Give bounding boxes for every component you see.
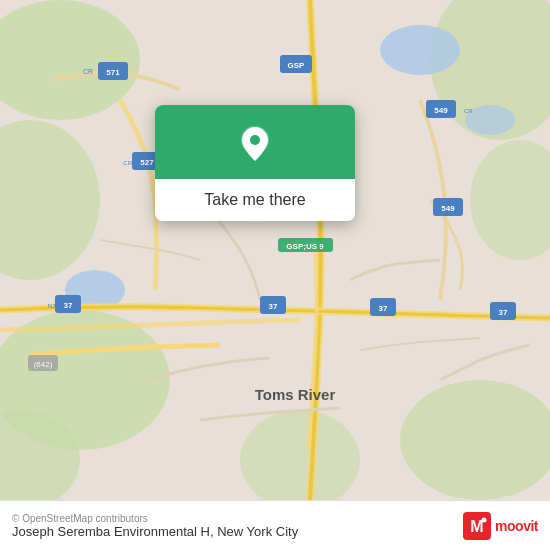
moovit-logo: M moovit (463, 512, 538, 540)
svg-text:37: 37 (379, 304, 388, 313)
svg-text:37: 37 (499, 308, 508, 317)
svg-text:CR: CR (464, 108, 473, 114)
svg-text:37: 37 (64, 301, 73, 310)
svg-text:571: 571 (106, 68, 120, 77)
svg-text:549: 549 (434, 106, 448, 115)
svg-text:CR: CR (123, 160, 132, 166)
take-me-there-button[interactable]: Take me there (155, 179, 355, 221)
map-container: 571 CR GSP 37 NJ 37 37 37 527 CR 549 CR … (0, 0, 550, 500)
svg-text:GSP;US 9: GSP;US 9 (286, 242, 324, 251)
svg-text:NJ: NJ (48, 303, 55, 309)
map-svg: 571 CR GSP 37 NJ 37 37 37 527 CR 549 CR … (0, 0, 550, 500)
popup-green-area (155, 105, 355, 179)
moovit-brand-icon: M (463, 512, 491, 540)
svg-text:CR: CR (83, 68, 93, 75)
svg-point-44 (482, 517, 487, 522)
svg-text:549: 549 (441, 204, 455, 213)
city-name: New York City (217, 524, 298, 539)
svg-text:37: 37 (269, 302, 278, 311)
location-info: © OpenStreetMap contributors Joseph Sere… (12, 513, 298, 539)
popup-card: Take me there (155, 105, 355, 221)
bottom-bar: © OpenStreetMap contributors Joseph Sere… (0, 500, 550, 550)
location-pin-icon (234, 123, 276, 165)
svg-point-41 (250, 135, 260, 145)
location-text: Joseph Seremba Environmental H, New York… (12, 524, 298, 539)
svg-point-10 (380, 25, 460, 75)
svg-text:(642): (642) (34, 360, 53, 369)
svg-text:527: 527 (140, 158, 154, 167)
place-name: Joseph Seremba Environmental H, (12, 524, 214, 539)
svg-text:Toms River: Toms River (255, 386, 336, 403)
osm-attribution: © OpenStreetMap contributors (12, 513, 298, 524)
moovit-label: moovit (495, 518, 538, 534)
svg-text:GSP: GSP (288, 61, 306, 70)
